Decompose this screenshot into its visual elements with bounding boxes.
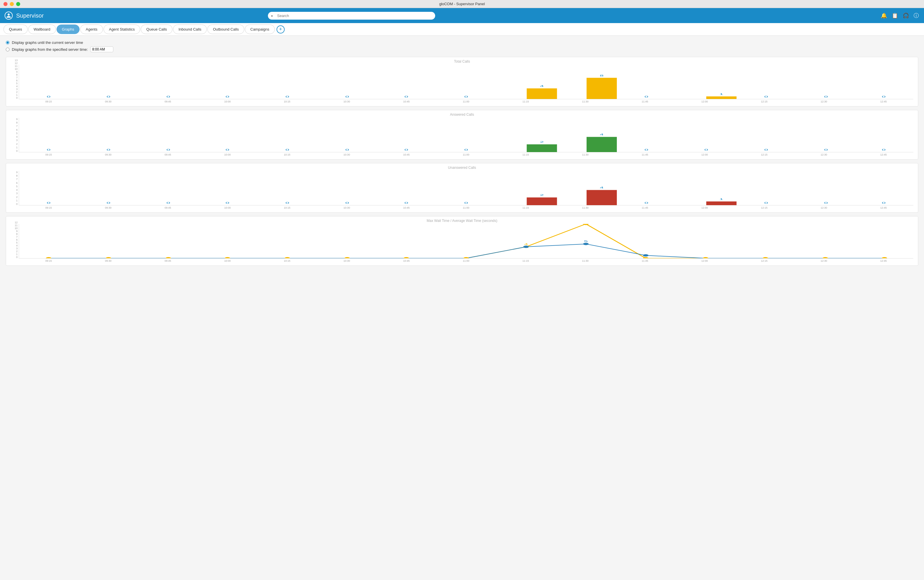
svg-text:0: 0 bbox=[464, 95, 468, 98]
unanswered-calls-x-labels: 09:15 09:30 09:45 10:00 10:15 10:30 10:4… bbox=[19, 206, 913, 209]
svg-text:0: 0 bbox=[286, 148, 289, 151]
tab-graphs[interactable]: Graphs bbox=[56, 25, 80, 34]
unanswered-calls-bars: 2 4 1 0 0 0 0 0 0 0 0 0 0 0 0 bbox=[19, 171, 913, 206]
svg-point-57 bbox=[284, 257, 290, 259]
tab-wallboard[interactable]: Wallboard bbox=[28, 25, 56, 34]
svg-text:4: 4 bbox=[600, 186, 603, 189]
tab-queue-calls[interactable]: Queue Calls bbox=[141, 25, 173, 34]
headset-button[interactable]: 🎧 bbox=[902, 12, 909, 20]
answered-calls-title: Answered Calls bbox=[11, 112, 913, 117]
svg-point-58 bbox=[344, 257, 350, 259]
svg-point-55 bbox=[166, 257, 171, 259]
svg-text:0: 0 bbox=[225, 201, 229, 204]
total-calls-x-labels: 09:15 09:30 09:45 10:00 10:15 10:30 10:4… bbox=[19, 100, 913, 103]
svg-point-70 bbox=[643, 254, 649, 257]
window-title: gloCOM - Supervisor Panel bbox=[439, 2, 485, 6]
svg-point-69 bbox=[583, 243, 589, 245]
svg-point-65 bbox=[763, 257, 768, 259]
minimize-button[interactable] bbox=[10, 2, 14, 6]
svg-text:0: 0 bbox=[47, 201, 51, 204]
answered-calls-bars: 2 4 0 0 0 0 0 0 0 0 0 0 0 0 0 bbox=[19, 118, 913, 152]
svg-text:2: 2 bbox=[540, 193, 544, 196]
search-bar[interactable]: ● bbox=[268, 12, 435, 20]
svg-rect-18 bbox=[526, 144, 557, 152]
svg-text:0: 0 bbox=[345, 201, 349, 204]
svg-text:0: 0 bbox=[824, 148, 828, 151]
svg-point-59 bbox=[403, 257, 409, 259]
svg-text:4: 4 bbox=[540, 84, 544, 87]
svg-text:0: 0 bbox=[107, 95, 110, 98]
search-icon: ● bbox=[271, 13, 273, 18]
svg-text:1: 1 bbox=[720, 92, 723, 96]
svg-text:0: 0 bbox=[47, 95, 51, 98]
svg-text:4: 4 bbox=[524, 242, 528, 246]
svg-rect-0 bbox=[526, 88, 557, 99]
svg-point-56 bbox=[225, 257, 230, 259]
total-calls-title: Total Calls bbox=[11, 59, 913, 63]
svg-point-64 bbox=[703, 257, 708, 259]
svg-text:0: 0 bbox=[166, 95, 170, 98]
svg-text:0: 0 bbox=[764, 148, 768, 151]
tab-agents[interactable]: Agents bbox=[80, 25, 103, 34]
svg-text:0: 0 bbox=[704, 148, 708, 151]
time-input[interactable] bbox=[90, 46, 113, 52]
notifications-button[interactable]: 🔔 bbox=[880, 12, 888, 20]
tab-queues[interactable]: Queues bbox=[3, 25, 28, 34]
tab-agent-statistics[interactable]: Agent Statistics bbox=[104, 25, 140, 34]
svg-text:0: 0 bbox=[166, 148, 170, 151]
svg-text:0: 0 bbox=[225, 95, 229, 98]
tab-campaigns[interactable]: Campaigns bbox=[245, 25, 275, 34]
svg-text:0: 0 bbox=[824, 95, 828, 98]
wait-time-lines: 4 12 5 bbox=[19, 224, 913, 259]
svg-text:0: 0 bbox=[464, 201, 468, 204]
svg-rect-4 bbox=[706, 96, 737, 99]
svg-text:0: 0 bbox=[464, 148, 468, 151]
radio-current-time[interactable] bbox=[6, 41, 10, 44]
unanswered-calls-title: Unanswered Calls bbox=[11, 166, 913, 170]
answered-calls-x-labels: 09:15 09:30 09:45 10:00 10:15 10:30 10:4… bbox=[19, 153, 913, 156]
answered-calls-chart: Answered Calls 0 1 2 3 4 5 6 7 8 9 2 bbox=[6, 110, 918, 160]
wait-time-title: Max Wait Time / Average Wait Time (secon… bbox=[11, 219, 913, 223]
header-actions: 🔔 📋 🎧 ⓘ bbox=[880, 12, 919, 20]
svg-text:0: 0 bbox=[107, 148, 110, 151]
wait-time-chart: Max Wait Time / Average Wait Time (secon… bbox=[6, 216, 918, 266]
help-button[interactable]: ⓘ bbox=[913, 12, 919, 20]
svg-rect-35 bbox=[526, 198, 557, 205]
svg-text:0: 0 bbox=[882, 95, 886, 98]
search-input[interactable] bbox=[268, 12, 435, 20]
total-calls-bars: 4 8 1 0 0 0 0 0 0 0 0 0 0 0 bbox=[19, 65, 913, 99]
maximize-button[interactable] bbox=[16, 2, 20, 6]
svg-text:0: 0 bbox=[286, 201, 289, 204]
svg-text:0: 0 bbox=[644, 148, 648, 151]
svg-text:0: 0 bbox=[286, 95, 289, 98]
header: Supervisor ● 🔔 📋 🎧 ⓘ bbox=[0, 8, 924, 23]
total-calls-chart: Total Calls 0 1 2 3 4 5 6 7 8 9 10 11 12… bbox=[6, 57, 918, 107]
tab-outbound-calls[interactable]: Outbound Calls bbox=[207, 25, 244, 34]
svg-text:0: 0 bbox=[404, 95, 408, 98]
svg-point-68 bbox=[523, 246, 529, 248]
svg-point-53 bbox=[46, 257, 51, 259]
title-bar: gloCOM - Supervisor Panel bbox=[0, 0, 924, 8]
window-controls[interactable] bbox=[3, 2, 20, 6]
close-button[interactable] bbox=[3, 2, 8, 6]
svg-point-67 bbox=[881, 257, 887, 259]
tab-inbound-calls[interactable]: Inbound Calls bbox=[173, 25, 207, 34]
svg-text:0: 0 bbox=[404, 148, 408, 151]
radio-current-time-label: Display graphs until the current server … bbox=[12, 40, 83, 45]
svg-text:0: 0 bbox=[404, 201, 408, 204]
content-area: Display graphs until the current server … bbox=[0, 36, 924, 580]
svg-text:0: 0 bbox=[107, 201, 110, 204]
svg-text:4: 4 bbox=[600, 133, 603, 136]
svg-text:1: 1 bbox=[720, 198, 723, 201]
svg-text:8: 8 bbox=[600, 74, 603, 77]
radio-specified-time[interactable] bbox=[6, 48, 10, 51]
svg-text:0: 0 bbox=[882, 201, 886, 204]
svg-text:0: 0 bbox=[225, 148, 229, 151]
add-tab-button[interactable]: + bbox=[276, 25, 284, 33]
radio-specified-time-label: Display graphs from the specified server… bbox=[12, 47, 88, 52]
svg-text:0: 0 bbox=[166, 201, 170, 204]
svg-text:0: 0 bbox=[345, 148, 349, 151]
contacts-button[interactable]: 📋 bbox=[891, 12, 899, 20]
wait-time-x-labels: 09:15 09:30 09:45 10:00 10:15 10:30 10:4… bbox=[19, 259, 913, 262]
svg-rect-20 bbox=[587, 137, 617, 152]
